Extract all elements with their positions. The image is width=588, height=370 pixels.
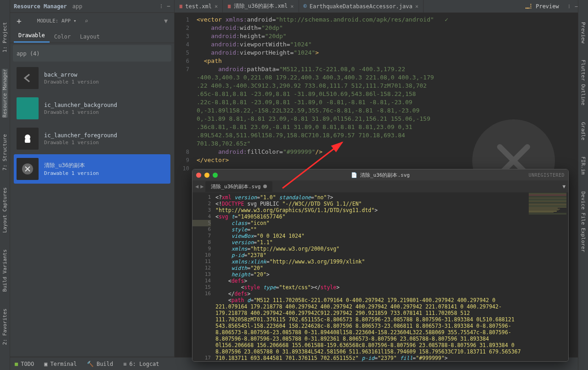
list-item[interactable]: 清除_u36的副本Drawable 1 version bbox=[14, 154, 170, 184]
sublime-gutter: 123456789101112131415161718 bbox=[192, 192, 214, 361]
tab-label: EarthquakeDatabaseAccessor.java bbox=[310, 3, 413, 10]
item-sub: Drawable 1 version bbox=[44, 109, 117, 115]
dirty-indicator-icon bbox=[263, 185, 267, 188]
java-icon: © bbox=[304, 3, 307, 10]
close-icon[interactable]: × bbox=[215, 3, 218, 10]
window-title: 清除_u36的副本.svg bbox=[360, 172, 410, 179]
right-tab-gradle[interactable]: Gradle bbox=[580, 122, 586, 140]
resmgr-title: Resource Manager bbox=[14, 3, 67, 10]
overflow-dots-icon[interactable]: …⁝ bbox=[522, 2, 536, 11]
left-tab-layoutcaptures[interactable]: Layout Captures bbox=[2, 187, 8, 233]
minimize-window-icon[interactable] bbox=[204, 173, 209, 178]
xml-icon: ≡ bbox=[227, 3, 231, 10]
tab-color[interactable]: Color bbox=[50, 31, 75, 43]
close-window-icon[interactable] bbox=[196, 173, 201, 178]
search-icon[interactable]: ⌕ bbox=[85, 17, 88, 24]
close-icon[interactable]: × bbox=[415, 3, 418, 10]
zoom-window-icon[interactable] bbox=[213, 173, 218, 178]
menu-icon[interactable]: ⁝ bbox=[568, 3, 570, 10]
left-tab-buildvariants[interactable]: Build Variants bbox=[2, 249, 8, 292]
resmgr-subtitle: app bbox=[73, 3, 83, 10]
svg-rect-1 bbox=[25, 139, 30, 143]
thumb-arrow bbox=[17, 67, 39, 89]
tab-label: 清除_u36的副本.svg bbox=[211, 183, 260, 190]
minimize-icon[interactable]: − bbox=[575, 3, 578, 10]
resmgr-toolbar: + MODULE: APP▾ ⌕ ▼ bbox=[10, 13, 174, 28]
right-tab-devexplorer[interactable]: Device File Explorer bbox=[580, 191, 586, 252]
item-name: 清除_u36的副本 bbox=[44, 162, 99, 169]
module-selector[interactable]: MODULE: APP▾ bbox=[34, 17, 80, 25]
minimap[interactable] bbox=[527, 192, 568, 361]
editor-tab[interactable]: ©EarthquakeDatabaseAccessor.java× bbox=[299, 0, 424, 12]
nav-back-icon[interactable]: ◀ bbox=[195, 183, 198, 190]
chevron-down-icon[interactable]: ▼ bbox=[562, 184, 565, 190]
item-name: ic_launcher_foreground bbox=[44, 132, 117, 139]
xml-icon: ≡ bbox=[179, 3, 182, 10]
list-item[interactable]: ic_launcher_foregroundDrawable 1 version bbox=[14, 124, 170, 153]
sublime-tab[interactable]: 清除_u36的副本.svg bbox=[205, 181, 272, 192]
list-item[interactable]: back_arrowDrawable 1 version bbox=[14, 63, 170, 93]
bottom-tab-todo[interactable]: ■TODO bbox=[15, 361, 34, 367]
right-tab-flutter[interactable]: Flutter Outline bbox=[580, 60, 586, 105]
editor-tab[interactable]: ≡test.xml× bbox=[175, 0, 223, 12]
left-tool-rail: 1: Project Resource Manager 7: Structure… bbox=[0, 0, 10, 370]
resmgr-list: back_arrowDrawable 1 version ic_launcher… bbox=[10, 63, 174, 356]
left-tab-project[interactable]: 1: Project bbox=[2, 22, 8, 52]
resource-manager-panel: Resource Manager app ⁝ − + MODULE: APP▾ … bbox=[10, 0, 175, 370]
right-tool-rail: Preview Flutter Outline Gradle FIR.im De… bbox=[578, 0, 588, 370]
gear-icon[interactable]: ⁝ bbox=[160, 3, 162, 10]
document-icon: 📄 bbox=[351, 172, 357, 178]
thumb-close bbox=[17, 158, 39, 180]
secondary-editor-window: 📄清除_u36的副本.svg UNREGISTERED ◀ ▶ 清除_u36的副… bbox=[192, 169, 569, 362]
unregistered-label: UNREGISTERED bbox=[529, 173, 565, 178]
resmgr-header: Resource Manager app ⁝ − bbox=[10, 0, 174, 13]
bottom-tab-terminal[interactable]: ▣Terminal bbox=[44, 361, 77, 367]
sublime-tabbar: ◀ ▶ 清除_u36的副本.svg ▼ bbox=[192, 180, 568, 192]
resmgr-group-header: app (4) bbox=[13, 45, 171, 62]
preview-label[interactable]: Preview bbox=[536, 3, 559, 10]
tab-drawable[interactable]: Drawable bbox=[14, 29, 50, 43]
item-sub: Drawable 1 version bbox=[44, 79, 99, 85]
right-tab-preview[interactable]: Preview bbox=[580, 22, 586, 43]
sublime-code[interactable]: <?xml version="1.0" standalone="no"?> <!… bbox=[214, 192, 527, 361]
left-tab-structure[interactable]: 7: Structure bbox=[2, 134, 8, 170]
item-sub: Drawable 1 version bbox=[44, 170, 99, 176]
item-name: back_arrow bbox=[44, 72, 99, 78]
resmgr-tabs: Drawable Color Layout bbox=[10, 28, 174, 43]
add-resource-button[interactable]: + bbox=[14, 15, 24, 27]
left-tab-favorites[interactable]: 2: Favorites bbox=[2, 308, 8, 345]
left-tab-resmgr[interactable]: Resource Manager bbox=[2, 69, 8, 118]
thumb-grid bbox=[17, 97, 39, 119]
tab-label: 清除_u36的副本.xml bbox=[234, 2, 288, 10]
filter-icon[interactable]: ▼ bbox=[164, 17, 168, 24]
editor-tab[interactable]: ≡清除_u36的副本.xml× bbox=[223, 0, 299, 12]
tab-layout[interactable]: Layout bbox=[75, 31, 104, 43]
item-name: ic_launcher_background bbox=[44, 102, 117, 108]
editor-tabbar: ≡test.xml× ≡清除_u36的副本.xml× ©EarthquakeDa… bbox=[175, 0, 578, 13]
tab-label: test.xml bbox=[185, 3, 212, 10]
thumb-droid bbox=[17, 128, 39, 150]
bottom-tab-logcat[interactable]: ≡6: Logcat bbox=[123, 361, 159, 367]
list-item[interactable]: ic_launcher_backgroundDrawable 1 version bbox=[14, 94, 170, 123]
item-sub: Drawable 1 version bbox=[44, 140, 117, 146]
minimize-icon[interactable]: − bbox=[167, 3, 170, 10]
window-titlebar[interactable]: 📄清除_u36的副本.svg UNREGISTERED bbox=[192, 169, 568, 180]
bottom-tab-build[interactable]: 🔨Build bbox=[87, 361, 113, 367]
chevron-down-icon: ▾ bbox=[74, 18, 77, 24]
nav-fwd-icon[interactable]: ▶ bbox=[200, 183, 204, 190]
close-icon[interactable]: × bbox=[290, 3, 294, 10]
right-tab-firim[interactable]: FIR.im bbox=[580, 157, 586, 175]
editor-gutter: 1 2 3 4 5 6 7 8 9 10 bbox=[175, 13, 194, 173]
